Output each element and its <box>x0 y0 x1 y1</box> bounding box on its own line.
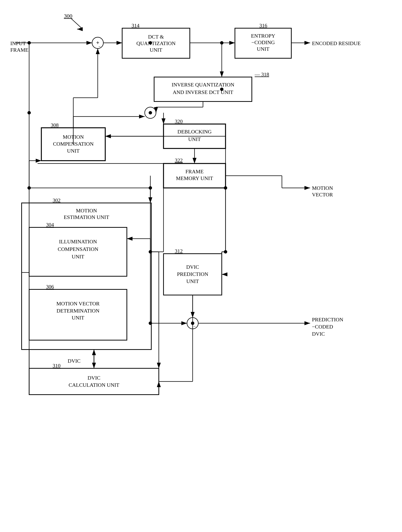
pred-coded-label2: −CODED <box>312 324 333 329</box>
entropy-label3: UNIT <box>257 46 269 52</box>
illumination-label1: ILLUMINATION <box>59 239 97 245</box>
illumination-label3: UNIT <box>72 254 84 260</box>
ref-314: 314 <box>132 23 140 28</box>
sum-node-3-minus: − <box>193 324 196 329</box>
pred-coded-label1: PREDICTION <box>312 317 343 323</box>
ref-300: 300 <box>64 13 72 19</box>
dct-label1: DCT & <box>148 34 164 40</box>
mvd-label1: MOTION VECTOR <box>56 301 100 306</box>
dvic-calc-block <box>29 368 159 395</box>
ref-310: 310 <box>53 363 61 368</box>
entropy-label2: −CODING <box>251 39 275 45</box>
motion-est-label1: MOTION <box>76 208 97 214</box>
motion-est-label2: ESTIMATION UNIT <box>64 214 109 220</box>
deblocking-label1: DEBLOCKING <box>177 129 212 134</box>
mvd-label3: UNIT <box>72 315 84 321</box>
mvd-label2: DETERMINATION <box>57 308 100 314</box>
ref-302: 302 <box>53 197 61 203</box>
ref-322: 322 <box>175 157 183 163</box>
inv-quant-label1: INVERSE QUANTIZATION <box>172 82 234 88</box>
ref-318: — 318 <box>255 71 269 77</box>
inv-quant-label2: AND INVERSE DCT UNIT <box>173 89 233 95</box>
dct-label3: UNIT <box>150 47 162 53</box>
deblocking-label2: UNIT <box>188 136 201 142</box>
ref-304: 304 <box>46 222 54 228</box>
dot-4 <box>220 88 223 91</box>
illumination-label2: COMPENSATION <box>58 246 98 252</box>
motion-comp-label3: UNIT <box>67 148 80 154</box>
dot-2 <box>149 41 152 44</box>
ref-316: 316 <box>259 23 267 28</box>
dot-5-above <box>149 111 152 114</box>
dvic-label: DVIC <box>68 358 80 364</box>
sum-node-1-minus: − <box>98 44 101 49</box>
frame-memory-label2: MEMORY UNIT <box>176 175 213 181</box>
motion-vector-label2: VECTOR <box>312 192 333 197</box>
input-frame-label2: FRAME <box>10 47 28 53</box>
dvic-calc-label2: CALCULATION UNIT <box>69 382 119 388</box>
ref-308: 308 <box>51 122 59 128</box>
motion-vector-label1: MOTION <box>312 185 333 191</box>
entropy-label1: ENTROPY <box>251 33 275 39</box>
ref-320: 320 <box>175 118 183 124</box>
encoded-residue-label: ENCODED RESIDUE <box>312 40 361 46</box>
dvic-pred-label1: DVIC <box>186 264 199 270</box>
pred-coded-label3: DVIC <box>312 331 325 337</box>
dct-label2: QUANTIZATION <box>136 40 176 46</box>
input-frame-label: INPUT <box>10 40 26 46</box>
ref-306: 306 <box>46 284 54 290</box>
ref-312: 312 <box>175 248 183 254</box>
dvic-calc-label1: DVIC <box>88 375 100 381</box>
diagram-container: 300 INPUT FRAME ENCODED RESIDUE DCT & QU… <box>0 0 402 532</box>
dvic-pred-label3: UNIT <box>186 278 199 284</box>
frame-memory-label1: FRAME <box>185 169 204 174</box>
dvic-pred-label2: PREDICTION <box>177 271 208 277</box>
svg-line-2 <box>71 19 83 29</box>
